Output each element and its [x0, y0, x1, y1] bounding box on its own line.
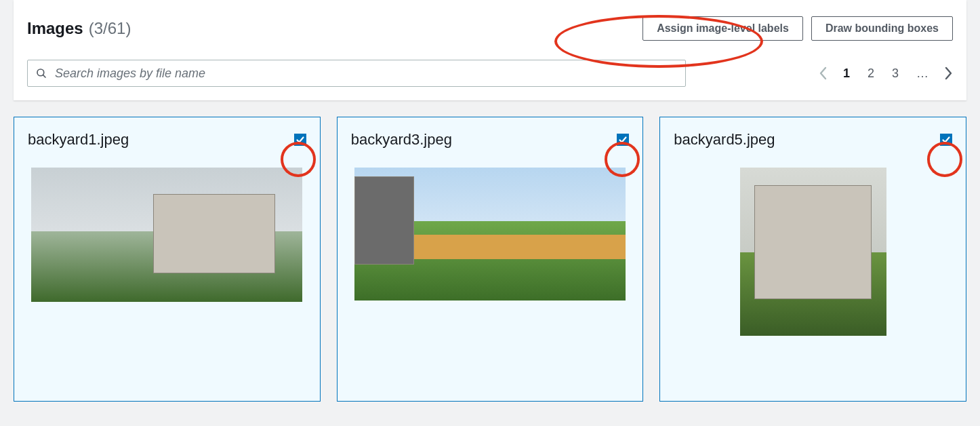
card-header: backyard5.jpeg [674, 131, 952, 149]
image-filename: backyard1.jpeg [28, 131, 129, 149]
panel-title: Images [27, 19, 83, 38]
page-ellipsis: … [914, 65, 931, 82]
images-panel: Images (3/61) Assign image-level labels … [14, 0, 966, 100]
panel-header: Images (3/61) Assign image-level labels … [27, 16, 953, 41]
image-thumbnail[interactable] [740, 168, 886, 387]
image-filename: backyard3.jpeg [351, 131, 452, 149]
svg-line-1 [43, 75, 45, 77]
header-actions: Assign image-level labels Draw bounding … [642, 16, 953, 41]
prev-page-icon[interactable] [819, 66, 828, 81]
next-page-icon[interactable] [943, 66, 953, 81]
page-2[interactable]: 2 [865, 65, 877, 82]
select-checkbox[interactable] [617, 134, 629, 146]
image-thumbnail[interactable] [354, 168, 626, 344]
assign-labels-button[interactable]: Assign image-level labels [642, 16, 803, 41]
draw-bounding-boxes-button[interactable]: Draw bounding boxes [811, 16, 953, 41]
select-checkbox[interactable] [294, 134, 306, 146]
image-card[interactable]: backyard3.jpeg [337, 117, 644, 402]
image-cards: backyard1.jpeg backyard3.jpeg [14, 117, 966, 402]
panel-controls: 1 2 3 … [27, 60, 953, 87]
search-wrap [27, 60, 686, 87]
card-header: backyard1.jpeg [28, 131, 306, 149]
search-icon [35, 67, 47, 79]
search-input[interactable] [27, 60, 686, 87]
image-thumbnail[interactable] [31, 168, 302, 344]
pagination: 1 2 3 … [819, 65, 953, 82]
title-wrap: Images (3/61) [27, 19, 131, 38]
image-card[interactable]: backyard5.jpeg [659, 117, 966, 402]
panel-count: (3/61) [89, 19, 131, 38]
page-1[interactable]: 1 [840, 65, 853, 82]
image-filename: backyard5.jpeg [674, 131, 775, 149]
image-card[interactable]: backyard1.jpeg [14, 117, 321, 402]
card-header: backyard3.jpeg [351, 131, 630, 149]
page-3[interactable]: 3 [889, 65, 901, 82]
select-checkbox[interactable] [940, 134, 952, 146]
